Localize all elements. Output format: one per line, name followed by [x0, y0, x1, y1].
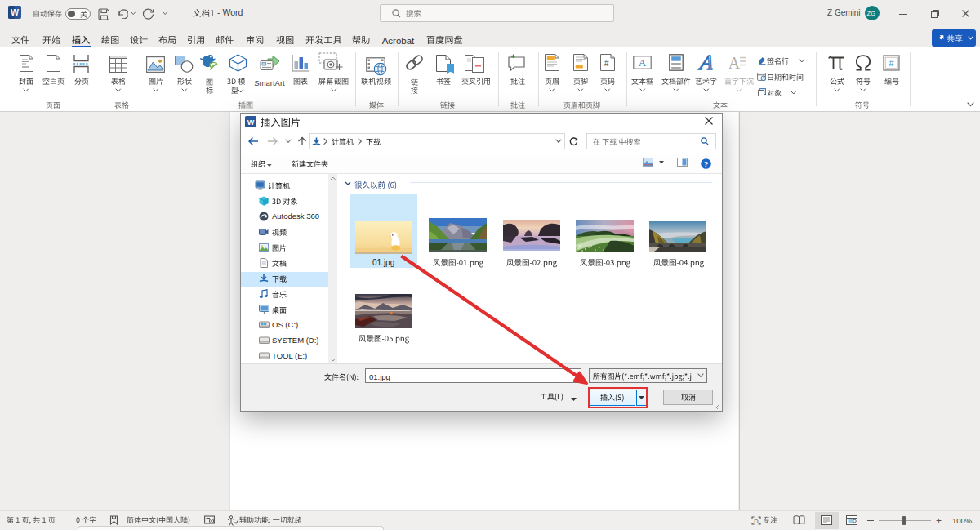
svg-text:A: A — [697, 53, 715, 73]
svg-text:#: # — [604, 59, 609, 68]
svg-text:A: A — [639, 56, 647, 69]
svg-text:?: ? — [704, 158, 709, 167]
svg-text:W: W — [11, 7, 19, 17]
svg-text:#: # — [889, 58, 894, 68]
svg-text:W: W — [247, 118, 255, 127]
svg-text:D: D — [754, 517, 759, 524]
svg-text:A: A — [729, 55, 741, 71]
